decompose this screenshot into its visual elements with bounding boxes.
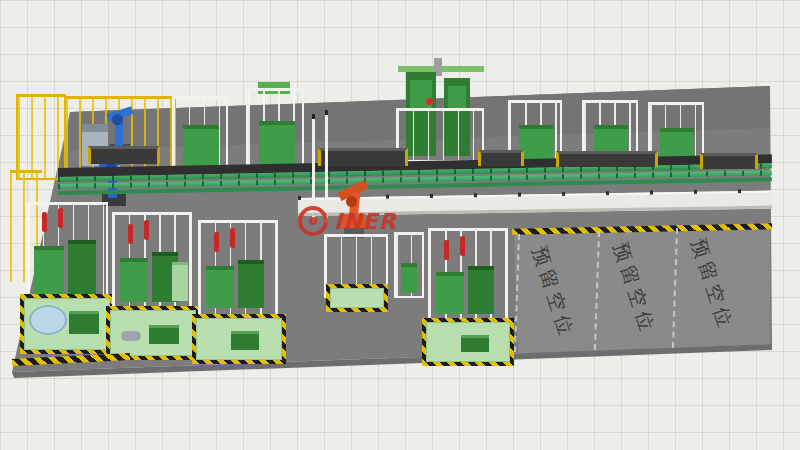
machine-cage	[396, 108, 484, 162]
coolant-tank	[29, 305, 67, 335]
workstation-cell	[192, 218, 288, 366]
watermark-logo-icon	[298, 206, 328, 236]
roller-unit	[121, 331, 141, 341]
conveyor-segment	[478, 150, 524, 166]
station-mat-surface	[24, 298, 110, 350]
pump-unit	[69, 311, 99, 334]
pump-unit	[461, 335, 489, 352]
green-machine	[183, 125, 219, 169]
central-press-machine	[398, 64, 484, 162]
robot-mat-surface	[330, 288, 384, 308]
conveyor-segment	[556, 151, 658, 167]
green-machine	[34, 246, 64, 294]
station-mat-surface	[110, 310, 196, 356]
machine-panel	[448, 86, 466, 110]
workstation-cell	[106, 210, 202, 362]
red-column	[58, 208, 63, 228]
red-column	[230, 228, 235, 248]
green-machine-dark	[238, 260, 264, 308]
workstation-cell	[20, 200, 116, 358]
green-machine	[401, 263, 417, 293]
watermark-text: INER	[334, 209, 397, 234]
pump-unit	[149, 325, 179, 344]
green-machine-dark	[68, 240, 96, 294]
watermark-logo-dot	[309, 217, 317, 225]
red-column	[214, 232, 219, 252]
green-machine	[120, 258, 148, 302]
robot-joint	[112, 114, 123, 125]
green-machine	[436, 272, 464, 314]
green-machine	[206, 266, 234, 308]
green-machine	[259, 121, 295, 169]
green-machine-dark	[468, 266, 494, 314]
station-mat	[422, 318, 514, 366]
station-mat-surface	[196, 318, 282, 360]
red-column	[42, 212, 47, 232]
conveyor-segment	[318, 148, 408, 166]
status-lamp-red	[426, 98, 433, 105]
conveyor-segment	[88, 146, 160, 164]
station-mat	[106, 306, 200, 360]
red-column	[128, 224, 133, 244]
red-column	[144, 220, 149, 240]
pump-unit	[231, 331, 259, 350]
robot-cell	[322, 178, 428, 314]
station-mat-surface	[426, 322, 510, 362]
machine-cage	[172, 96, 228, 168]
red-column	[460, 236, 465, 256]
machine-cage	[246, 88, 304, 168]
red-column	[444, 240, 449, 260]
robot-mat	[326, 284, 388, 312]
station-mat	[192, 314, 286, 364]
conveyor-segment	[700, 153, 758, 169]
green-cabinet	[172, 262, 188, 301]
factory-3d-viewport[interactable]: 预留空位 预留空位 预留空位	[0, 0, 800, 450]
station-mat	[20, 294, 114, 354]
watermark: INER	[298, 206, 397, 236]
workstation-cell	[420, 226, 516, 368]
